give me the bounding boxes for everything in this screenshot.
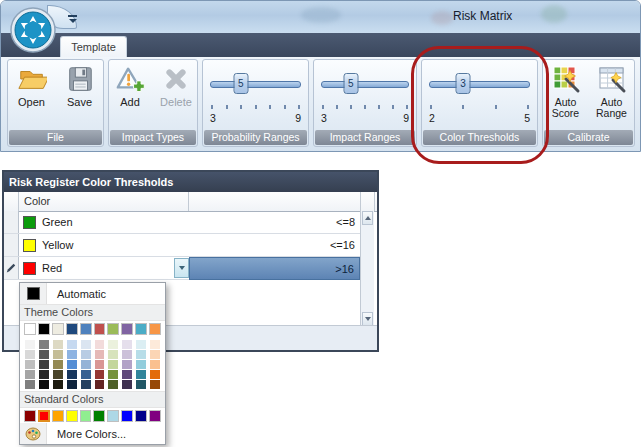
color-swatch[interactable]: [135, 323, 147, 335]
color-swatch[interactable]: [66, 349, 78, 359]
color-swatch[interactable]: [94, 349, 106, 359]
color-swatch[interactable]: [52, 359, 64, 369]
auto-score-button[interactable]: Auto Score: [545, 64, 587, 128]
color-swatch[interactable]: [121, 339, 133, 349]
threshold-cell[interactable]: <=8: [189, 211, 360, 234]
color-swatch[interactable]: [121, 323, 133, 335]
color-swatch[interactable]: [66, 369, 78, 379]
probability-ranges-slider[interactable]: 5 3 9: [210, 60, 301, 130]
color-thresholds-slider[interactable]: 3 2 5: [429, 60, 530, 130]
color-swatch[interactable]: [107, 339, 119, 349]
color-swatch[interactable]: [24, 359, 36, 369]
color-cell[interactable]: Yellow: [18, 234, 189, 257]
color-swatch[interactable]: [24, 339, 36, 349]
color-swatch[interactable]: [94, 323, 106, 335]
color-swatch[interactable]: [80, 410, 92, 422]
color-swatch[interactable]: [80, 369, 92, 379]
color-swatch[interactable]: [107, 323, 119, 335]
color-swatch[interactable]: [66, 410, 78, 422]
scroll-up-button[interactable]: [362, 211, 373, 225]
color-swatch[interactable]: [94, 339, 106, 349]
color-swatch[interactable]: [94, 379, 106, 389]
color-swatch[interactable]: [66, 379, 78, 389]
add-button[interactable]: Add: [109, 64, 151, 128]
slider-thumb[interactable]: 5: [343, 73, 358, 94]
color-swatch[interactable]: [121, 410, 133, 422]
color-swatch[interactable]: [24, 379, 36, 389]
color-column-header[interactable]: Color: [18, 192, 189, 211]
color-swatch[interactable]: [135, 359, 147, 369]
slider-track[interactable]: 5: [210, 81, 301, 88]
color-swatch[interactable]: [24, 369, 36, 379]
threshold-cell-selected[interactable]: >16: [189, 257, 360, 280]
color-swatch[interactable]: [80, 323, 92, 335]
color-swatch[interactable]: [149, 410, 161, 422]
color-swatch[interactable]: [24, 410, 36, 422]
color-swatch[interactable]: [38, 323, 50, 335]
color-swatch[interactable]: [24, 349, 36, 359]
scroll-down-button[interactable]: [362, 312, 373, 326]
color-swatch[interactable]: [149, 349, 161, 359]
vertical-scrollbar[interactable]: [360, 211, 374, 326]
color-swatch[interactable]: [38, 339, 50, 349]
color-swatch[interactable]: [66, 359, 78, 369]
color-swatch[interactable]: [66, 339, 78, 349]
row-selector[interactable]: [4, 234, 19, 257]
color-dropdown-button[interactable]: [174, 258, 189, 278]
color-swatch[interactable]: [52, 339, 64, 349]
color-swatch[interactable]: [38, 410, 50, 422]
color-swatch[interactable]: [121, 369, 133, 379]
application-menu-button[interactable]: [10, 7, 56, 53]
color-swatch[interactable]: [24, 323, 36, 335]
delete-button[interactable]: Delete: [155, 64, 197, 128]
color-swatch[interactable]: [149, 339, 161, 349]
color-cell-editing[interactable]: Red: [18, 257, 189, 280]
color-swatch[interactable]: [135, 410, 147, 422]
color-swatch[interactable]: [80, 359, 92, 369]
color-swatch[interactable]: [149, 359, 161, 369]
color-swatch[interactable]: [38, 349, 50, 359]
automatic-color-item[interactable]: Automatic: [20, 283, 165, 304]
color-swatch[interactable]: [38, 359, 50, 369]
more-colors-item[interactable]: More Colors...: [20, 423, 165, 444]
color-swatch[interactable]: [80, 349, 92, 359]
color-cell[interactable]: Green: [18, 211, 189, 234]
slider-track[interactable]: 5: [321, 81, 409, 88]
slider-thumb[interactable]: 3: [455, 73, 470, 94]
color-swatch[interactable]: [52, 349, 64, 359]
color-swatch[interactable]: [149, 379, 161, 389]
color-swatch[interactable]: [121, 349, 133, 359]
threshold-cell[interactable]: <=16: [189, 234, 360, 257]
quick-access-toolbar-dropdown[interactable]: [68, 15, 77, 23]
slider-thumb[interactable]: 5: [233, 73, 248, 94]
color-swatch[interactable]: [107, 410, 119, 422]
color-swatch[interactable]: [107, 379, 119, 389]
color-swatch[interactable]: [94, 369, 106, 379]
save-button[interactable]: Save: [58, 64, 102, 128]
open-button[interactable]: Open: [10, 64, 54, 128]
color-swatch[interactable]: [121, 359, 133, 369]
color-swatch[interactable]: [149, 323, 161, 335]
color-swatch[interactable]: [135, 339, 147, 349]
color-swatch[interactable]: [94, 359, 106, 369]
auto-range-button[interactable]: Auto Range: [591, 64, 633, 128]
threshold-column-header[interactable]: [189, 192, 361, 211]
color-swatch[interactable]: [66, 323, 78, 335]
row-selector[interactable]: [4, 211, 19, 234]
color-swatch[interactable]: [52, 323, 64, 335]
color-swatch[interactable]: [80, 379, 92, 389]
color-swatch[interactable]: [149, 369, 161, 379]
color-swatch[interactable]: [38, 379, 50, 389]
color-swatch[interactable]: [80, 339, 92, 349]
tab-template[interactable]: Template: [60, 36, 127, 58]
color-swatch[interactable]: [52, 369, 64, 379]
impact-ranges-slider[interactable]: 5 3 9: [321, 60, 409, 130]
color-swatch[interactable]: [107, 359, 119, 369]
color-swatch[interactable]: [121, 379, 133, 389]
color-swatch[interactable]: [52, 379, 64, 389]
row-selector-editing[interactable]: [4, 257, 19, 280]
color-swatch[interactable]: [135, 379, 147, 389]
color-swatch[interactable]: [38, 369, 50, 379]
color-swatch[interactable]: [107, 369, 119, 379]
color-swatch[interactable]: [52, 410, 64, 422]
